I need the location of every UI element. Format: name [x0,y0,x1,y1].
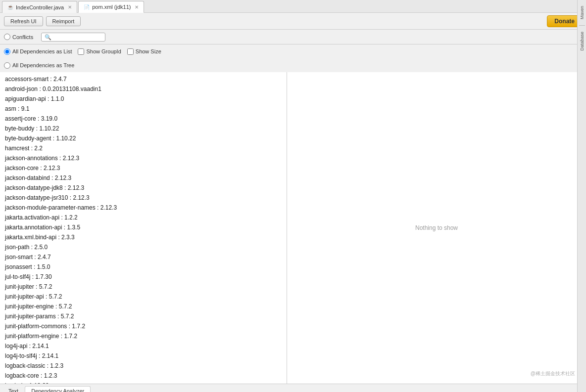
show-groupid-checkbox-label[interactable]: Show GroupId [78,48,121,55]
right-pane: Nothing to show [287,72,586,384]
tree-view-label: All Dependencies as Tree [12,62,74,68]
dep-view-tree-row: All Dependencies as Tree [0,58,586,72]
left-pane[interactable]: accessors-smart : 2.4.7android-json : 0.… [0,72,287,384]
dep-view-list-row: All Dependencies as List Show GroupId Sh… [0,44,586,58]
list-item[interactable]: jackson-datatype-jdk8 : 2.12.3 [0,183,287,193]
nothing-to-show: Nothing to show [415,224,458,231]
list-item[interactable]: json-path : 2.5.0 [0,242,287,252]
tab-bar: ☕ IndexController.java ✕ 📄 pom.xml (jdk1… [0,0,586,13]
list-item[interactable]: assertj-core : 3.19.0 [0,114,287,124]
conflicts-label: Conflicts [12,34,33,40]
search-input[interactable] [41,33,105,42]
list-item[interactable]: log4j-to-slf4j : 2.14.1 [0,351,287,361]
list-item[interactable]: jakarta.xml.bind-api : 2.3.3 [0,232,287,242]
show-size-checkbox-label[interactable]: Show Size [127,48,161,55]
list-view-label: All Dependencies as List [12,48,72,54]
list-item[interactable]: json-smart : 2.4.7 [0,252,287,262]
refresh-ui-button[interactable]: Refresh UI [4,16,43,26]
conflicts-radio-input[interactable] [4,34,10,40]
show-size-label: Show Size [136,48,161,54]
list-item[interactable]: asm : 9.1 [0,104,287,114]
list-item[interactable]: jackson-annotations : 2.12.3 [0,153,287,163]
list-item[interactable]: junit-platform-engine : 1.7.2 [0,331,287,341]
list-item[interactable]: apiguardian-api : 1.1.0 [0,94,287,104]
list-item[interactable]: jul-to-slf4j : 1.7.30 [0,272,287,282]
dependency-list: accessors-smart : 2.4.7android-json : 0.… [0,72,287,384]
tab-dep-label: Dependency Analyzer [31,388,84,392]
show-groupid-checkbox[interactable] [78,48,84,55]
side-rail: Maven Database [577,0,586,392]
list-item[interactable]: byte-buddy : 1.10.22 [0,124,287,133]
reimport-button[interactable]: Reimport [46,16,81,26]
tree-view-radio[interactable]: All Dependencies as Tree [4,62,74,69]
list-item[interactable]: android-json : 0.0.20131108.vaadin1 [0,84,287,94]
list-item[interactable]: jackson-datatype-jsr310 : 2.12.3 [0,193,287,203]
show-groupid-label: Show GroupId [86,48,121,54]
toolbar-buttons: Refresh UI Reimport [4,16,81,26]
tab-java[interactable]: ☕ IndexController.java ✕ [2,1,77,13]
list-item[interactable]: junit-jupiter-engine : 5.7.2 [0,302,287,311]
show-size-checkbox[interactable] [127,48,134,55]
bottom-tabs: Text Dependency Analyzer [0,384,586,392]
tab-java-close[interactable]: ✕ [68,4,72,10]
toolbar: Refresh UI Reimport Donate [0,13,586,30]
tree-radio-input[interactable] [4,62,10,69]
list-item[interactable]: jsonassert : 1.5.0 [0,262,287,272]
tab-xml-close[interactable]: ✕ [135,4,139,10]
list-item[interactable]: hamcrest : 2.2 [0,143,287,153]
java-icon: ☕ [7,4,13,10]
options-row: Conflicts [0,30,586,44]
tab-java-label: IndexController.java [16,4,64,10]
tab-dependency-analyzer[interactable]: Dependency Analyzer [25,386,91,392]
list-item[interactable]: lombok : 1.18.20 [0,381,287,384]
list-item[interactable]: jackson-core : 2.12.3 [0,163,287,173]
xml-icon: 📄 [84,4,90,10]
side-divider-1 [579,25,585,26]
list-item[interactable]: jakarta.activation-api : 1.2.2 [0,213,287,222]
list-item[interactable]: accessors-smart : 2.4.7 [0,74,287,84]
list-item[interactable]: byte-buddy-agent : 1.10.22 [0,133,287,143]
conflicts-radio[interactable]: Conflicts [4,34,33,40]
list-item[interactable]: jackson-module-parameter-names : 2.12.3 [0,203,287,213]
tab-text-label: Text [8,388,18,392]
watermark: @稀土掘金技术社区 [531,370,575,377]
content-area: accessors-smart : 2.4.7android-json : 0.… [0,72,586,384]
tab-text[interactable]: Text [2,386,25,392]
list-view-radio[interactable]: All Dependencies as List [4,48,72,55]
list-item[interactable]: logback-classic : 1.2.3 [0,361,287,371]
list-radio-input[interactable] [4,48,10,55]
list-item[interactable]: junit-jupiter-api : 5.7.2 [0,292,287,302]
database-label[interactable]: Database [580,32,585,51]
list-item[interactable]: jackson-databind : 2.12.3 [0,173,287,183]
list-item[interactable]: logback-core : 1.2.3 [0,371,287,381]
list-item[interactable]: junit-jupiter : 5.7.2 [0,282,287,292]
maven-label[interactable]: Maven [580,6,585,19]
list-item[interactable]: junit-platform-commons : 1.7.2 [0,321,287,331]
tab-xml-label: pom.xml (jdk11) [92,4,131,10]
list-item[interactable]: jakarta.annotation-api : 1.3.5 [0,222,287,232]
tab-xml[interactable]: 📄 pom.xml (jdk11) ✕ [78,1,144,13]
list-item[interactable]: junit-jupiter-params : 5.7.2 [0,311,287,321]
list-item[interactable]: log4j-api : 2.14.1 [0,341,287,351]
